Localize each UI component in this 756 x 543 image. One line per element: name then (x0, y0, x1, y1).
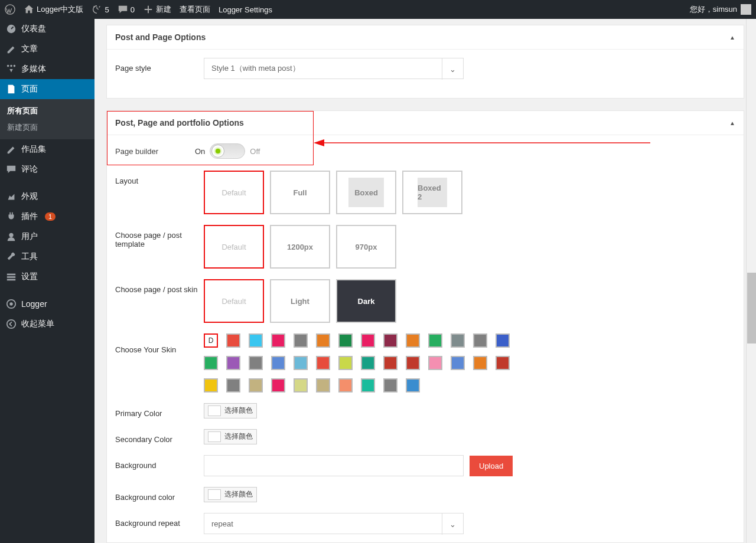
skin-swatch-29[interactable] (249, 378, 263, 392)
skin-swatch-15[interactable] (249, 356, 263, 370)
layout-opt-boxed[interactable]: Boxed (336, 171, 396, 214)
skin-swatch-13[interactable] (204, 356, 218, 370)
site-link[interactable]: Logger中文版 (24, 4, 83, 15)
new-link[interactable]: 新建 (143, 4, 171, 15)
skin-swatch-5[interactable] (338, 333, 353, 348)
primary-color-label: Primary Color (115, 403, 204, 418)
skin-swatch-6[interactable] (361, 333, 375, 348)
sidebar-item-comments[interactable]: 评论 (0, 159, 94, 179)
bg-repeat-select[interactable]: repeat ⌄ (204, 513, 464, 534)
sidebar-pages-submenu: 所有页面 新建页面 (0, 99, 94, 139)
skin-swatch-18[interactable] (316, 356, 330, 370)
skin-swatch-22[interactable] (406, 356, 420, 370)
sidebar-item-users[interactable]: 用户 (0, 227, 94, 247)
sidebar-item-appearance[interactable]: 外观 (0, 187, 94, 207)
chevron-down-icon: ⌄ (442, 513, 463, 535)
skin-swatch-23[interactable] (428, 356, 442, 370)
sidebar-item-posts[interactable]: 文章 (0, 39, 94, 59)
scrollbar-thumb[interactable] (747, 273, 756, 344)
skin-swatch-1[interactable] (249, 333, 263, 348)
skin-swatch-12[interactable] (496, 333, 510, 348)
skin-swatch-35[interactable] (383, 378, 397, 392)
skin-swatches: D (204, 333, 523, 392)
secondary-color-button[interactable]: 选择颜色 (204, 429, 257, 444)
bg-color-button[interactable]: 选择颜色 (204, 487, 257, 502)
sidebar-item-plugins[interactable]: 插件1 (0, 207, 94, 227)
skin-swatch-4[interactable] (316, 333, 330, 348)
skin-swatch-9[interactable] (428, 333, 442, 348)
comments-link[interactable]: 0 (118, 4, 135, 15)
page-style-select[interactable]: Style 1（with meta post） ⌄ (204, 58, 464, 79)
skin-swatch-14[interactable] (226, 356, 240, 370)
layout-opt-full[interactable]: Full (270, 171, 330, 214)
skin-swatch-27[interactable] (204, 378, 218, 392)
panel-post-page-options: Post and Page Options ▲ Page style Style… (106, 25, 744, 99)
panel-portfolio-options: Post, Page and portfolio Options ▲ Page … (106, 110, 744, 543)
sidebar-item-media[interactable]: 多媒体 (0, 59, 94, 79)
skin-swatch-7[interactable] (383, 333, 397, 348)
skin-swatch-2[interactable] (271, 333, 285, 348)
scrollbar-track[interactable] (746, 19, 756, 543)
skin-swatch-10[interactable] (451, 333, 465, 348)
user-avatar-icon[interactable] (741, 4, 751, 15)
primary-color-button[interactable]: 选择颜色 (204, 403, 257, 418)
wp-logo-icon[interactable] (5, 4, 15, 15)
sidebar-item-settings[interactable]: 设置 (0, 267, 94, 287)
skin-swatch-3[interactable] (294, 333, 308, 348)
sidebar-item-logger[interactable]: Logger (0, 294, 94, 314)
svg-rect-5 (7, 279, 15, 281)
skin-swatch-20[interactable] (361, 356, 375, 370)
svg-point-7 (9, 302, 12, 305)
logger-settings-link[interactable]: Logger Settings (219, 5, 272, 14)
skin-swatch-30[interactable] (271, 378, 285, 392)
svg-point-2 (9, 233, 13, 237)
choose-skin-label: Choose Your Skin (115, 333, 204, 354)
layout-opt-boxed2[interactable]: Boxed 2 (402, 171, 462, 214)
skin-swatch-17[interactable] (294, 356, 308, 370)
main-content: Post and Page Options ▲ Page style Style… (94, 19, 756, 543)
skin-swatch-32[interactable] (316, 378, 330, 392)
skin-swatch-24[interactable] (451, 356, 465, 370)
skin-swatch-21[interactable] (383, 356, 397, 370)
skin-opt-light[interactable]: Light (270, 279, 330, 323)
view-page-link[interactable]: 查看页面 (180, 4, 210, 15)
skin-swatch-34[interactable] (361, 378, 375, 392)
template-opt-1200[interactable]: 1200px (270, 225, 330, 269)
background-input[interactable] (204, 455, 464, 476)
skin-swatch-11[interactable] (473, 333, 487, 348)
sidebar-subitem-all-pages[interactable]: 所有页面 (0, 103, 94, 119)
bg-color-label: Background color (115, 487, 204, 502)
skin-swatch-19[interactable] (338, 356, 353, 370)
skin-swatch-26[interactable] (496, 356, 510, 370)
skin-swatch-36[interactable] (406, 378, 420, 392)
skin-opt-default[interactable]: Default (204, 279, 264, 323)
layout-opt-default[interactable]: Default (204, 171, 264, 214)
collapse-icon: ▲ (729, 34, 735, 41)
layout-label: Layout (115, 171, 204, 185)
sidebar-item-pages[interactable]: 页面 (0, 79, 94, 99)
skin-swatch-33[interactable] (338, 378, 353, 392)
svg-point-8 (7, 320, 15, 328)
skin-swatch-8[interactable] (406, 333, 420, 348)
sidebar-subitem-new-page[interactable]: 新建页面 (0, 119, 94, 136)
sidebar-collapse[interactable]: 收起菜单 (0, 314, 94, 334)
skin-swatch-0[interactable] (226, 333, 240, 348)
skin-swatch-25[interactable] (473, 356, 487, 370)
skin-swatch-16[interactable] (271, 356, 285, 370)
sidebar-item-portfolio[interactable]: 作品集 (0, 139, 94, 159)
panel1-header[interactable]: Post and Page Options ▲ (107, 25, 744, 50)
skin-swatch-28[interactable] (226, 378, 240, 392)
background-label: Background (115, 455, 204, 470)
sidebar-item-dashboard[interactable]: 仪表盘 (0, 19, 94, 39)
page-builder-toggle[interactable] (210, 143, 245, 159)
sidebar-item-tools[interactable]: 工具 (0, 247, 94, 267)
template-opt-default[interactable]: Default (204, 225, 264, 269)
refresh-link[interactable]: 5 (92, 4, 109, 15)
skin-opt-dark[interactable]: Dark (336, 279, 396, 323)
svg-rect-4 (7, 276, 15, 278)
template-opt-970[interactable]: 970px (336, 225, 396, 269)
skin-swatch-default[interactable]: D (204, 333, 218, 348)
skin-swatch-31[interactable] (294, 378, 308, 392)
upload-button[interactable]: Upload (470, 456, 513, 476)
panel2-header[interactable]: Post, Page and portfolio Options ▲ (107, 111, 744, 135)
